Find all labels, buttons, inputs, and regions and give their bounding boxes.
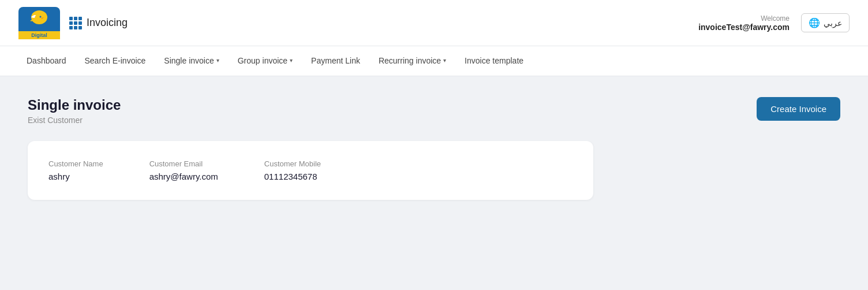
header-left: Digital Invoicing <box>18 7 128 39</box>
svg-point-4 <box>40 16 42 17</box>
customer-mobile-label: Customer Mobile <box>264 159 321 168</box>
fawry-logo[interactable]: Digital <box>18 7 60 39</box>
nav-item-recurring-invoice[interactable]: Recurring invoice ▾ <box>371 48 454 75</box>
page-header: Single invoice Exist Customer Create Inv… <box>28 97 840 125</box>
customer-email-value: ashry@fawry.com <box>149 172 218 181</box>
main-content: Single invoice Exist Customer Create Inv… <box>0 76 868 290</box>
welcome-label: Welcome <box>698 14 790 23</box>
lang-label: عربي <box>824 18 842 28</box>
grid-icon <box>69 17 82 29</box>
nav-item-single-invoice[interactable]: Single invoice ▾ <box>156 48 227 75</box>
customer-card: Customer Name ashry Customer Email ashry… <box>28 141 593 200</box>
nav-item-search-einvoice[interactable]: Search E-invoice <box>77 48 154 75</box>
page-subtitle: Exist Customer <box>28 116 121 125</box>
svg-point-3 <box>35 14 44 23</box>
main-nav: Dashboard Search E-invoice Single invoic… <box>0 46 868 76</box>
chevron-down-icon: ▾ <box>216 57 219 64</box>
nav-item-invoice-template[interactable]: Invoice template <box>457 48 532 75</box>
customer-name-value: ashry <box>48 172 103 181</box>
nav-item-dashboard[interactable]: Dashboard <box>18 48 74 75</box>
language-button[interactable]: 🌐 عربي <box>801 13 850 32</box>
page-title-block: Single invoice Exist Customer <box>28 97 121 125</box>
customer-name-field: Customer Name ashry <box>48 159 103 181</box>
page-title: Single invoice <box>28 97 121 113</box>
welcome-block: Welcome invoiceTest@fawry.com <box>698 14 790 32</box>
create-invoice-button[interactable]: Create Invoice <box>757 97 840 121</box>
header-right: Welcome invoiceTest@fawry.com 🌐 عربي <box>698 13 850 32</box>
customer-mobile-field: Customer Mobile 01112345678 <box>264 159 321 181</box>
nav-item-payment-link[interactable]: Payment Link <box>303 48 368 75</box>
customer-mobile-value: 01112345678 <box>264 172 321 181</box>
app-name-container: Invoicing <box>69 17 128 29</box>
app-name: Invoicing <box>87 17 128 29</box>
customer-email-label: Customer Email <box>149 159 218 168</box>
customer-name-label: Customer Name <box>48 159 103 168</box>
customer-email-field: Customer Email ashry@fawry.com <box>149 159 218 181</box>
app-header: Digital Invoicing Welcome invoiceTest@fa… <box>0 0 868 46</box>
nav-item-group-invoice[interactable]: Group invoice ▾ <box>230 48 301 75</box>
chevron-down-icon: ▾ <box>290 57 293 64</box>
globe-icon: 🌐 <box>809 17 820 28</box>
svg-text:Digital: Digital <box>31 32 47 38</box>
user-email: invoiceTest@fawry.com <box>698 23 790 32</box>
chevron-down-icon: ▾ <box>443 57 446 64</box>
